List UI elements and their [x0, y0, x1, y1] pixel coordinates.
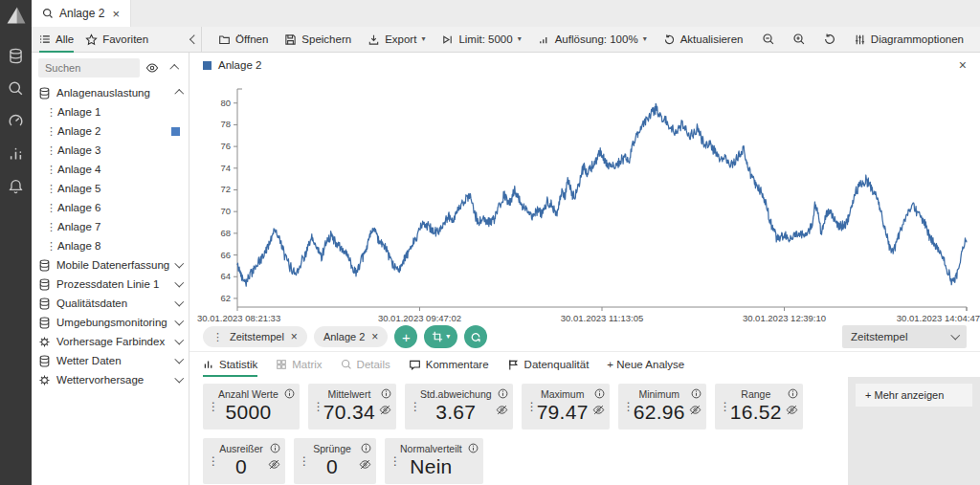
tab-datenqualitaet[interactable]: Datenqualität: [507, 352, 590, 377]
drag-handle-icon[interactable]: ⋮: [46, 221, 52, 233]
stat-card-minimum[interactable]: ⋮Minimum62.96: [618, 384, 706, 430]
tab-favoriten[interactable]: Favoriten: [85, 27, 148, 52]
search-icon[interactable]: [6, 77, 27, 99]
tab-neue-analyse[interactable]: + Neue Analyse: [607, 352, 684, 377]
stat-card-anzahl-werte[interactable]: ⋮Anzahl Werte5000: [203, 384, 300, 430]
eye-off-icon[interactable]: [689, 404, 702, 416]
tree-item-wettervorhersage[interactable]: Wettervorhersage: [32, 370, 189, 389]
save-button[interactable]: Speichern: [278, 31, 358, 49]
tree-item-anlage-8[interactable]: ⋮Anlage 8: [32, 236, 189, 255]
drag-handle-icon[interactable]: ⋮: [390, 454, 401, 468]
zoom-in-button[interactable]: [786, 30, 813, 49]
tab-statistik[interactable]: Statistik: [203, 352, 257, 377]
drag-handle-icon[interactable]: ⋮: [410, 400, 421, 413]
drag-handle-icon[interactable]: ⋮: [208, 454, 219, 468]
info-icon[interactable]: [284, 388, 295, 399]
chip-zeitstempel[interactable]: ⋮ Zeitstempel ×: [203, 326, 307, 347]
info-icon[interactable]: [594, 388, 605, 399]
tab-details[interactable]: Details: [341, 352, 390, 377]
chip-anlage-2[interactable]: Anlage 2 ×: [314, 326, 388, 347]
tab-kommentare[interactable]: Kommentare: [409, 352, 489, 377]
zoom-out-button[interactable]: [755, 30, 782, 49]
stat-card-normalverteilt[interactable]: ⋮NormalverteiltNein: [385, 438, 483, 484]
eye-off-icon[interactable]: [496, 404, 508, 416]
tree-item-vorhersage-farbindex[interactable]: Vorhersage Farbindex: [32, 332, 189, 351]
tree-item-anlage-3[interactable]: ⋮Anlage 3: [32, 141, 189, 160]
stat-card-sprünge[interactable]: ⋮Sprünge0: [294, 438, 376, 484]
chevron-down-icon[interactable]: [174, 336, 183, 344]
eye-off-icon[interactable]: [786, 404, 798, 416]
tab-alle[interactable]: Alle: [39, 27, 74, 52]
tree-item-qualitätsdaten[interactable]: Qualitätsdaten: [32, 294, 189, 313]
drag-handle-icon[interactable]: ⋮: [46, 202, 52, 214]
export-button[interactable]: Export ▾: [361, 31, 432, 49]
chevron-down-icon[interactable]: [174, 374, 183, 383]
resolution-button[interactable]: Auflösung: 100% ▾: [531, 31, 654, 49]
drag-handle-icon[interactable]: ⋮: [46, 125, 52, 138]
info-icon[interactable]: [270, 443, 280, 453]
chevron-down-icon[interactable]: [174, 259, 183, 268]
open-button[interactable]: Öffnen: [212, 31, 275, 49]
info-icon[interactable]: [498, 388, 508, 399]
chevron-down-icon[interactable]: [174, 317, 183, 325]
remove-chip-icon[interactable]: ×: [371, 330, 378, 343]
stat-card-std-abweichung[interactable]: ⋮Std.abweichung3.67: [405, 384, 513, 430]
info-icon[interactable]: [691, 388, 702, 399]
chevron-down-icon[interactable]: [174, 355, 183, 364]
tree-item-anlage-5[interactable]: ⋮Anlage 5: [32, 179, 189, 198]
eye-off-icon[interactable]: [268, 458, 280, 471]
tree-item-anlage-7[interactable]: ⋮Anlage 7: [32, 217, 189, 236]
tree-item-anlage-6[interactable]: ⋮Anlage 6: [32, 198, 189, 217]
drag-handle-icon[interactable]: ⋮: [313, 400, 324, 413]
info-icon[interactable]: [468, 443, 479, 453]
stat-card-maximum[interactable]: ⋮Maximum79.47: [522, 384, 610, 430]
remove-chip-icon[interactable]: ×: [291, 330, 298, 343]
info-icon[interactable]: [788, 388, 798, 399]
search-input[interactable]: [38, 58, 140, 77]
chevron-up-icon[interactable]: [174, 90, 183, 99]
tree-item-prozessdaten-linie-1[interactable]: Prozessdaten Linie 1: [32, 275, 189, 294]
drag-handle-icon[interactable]: ⋮: [46, 240, 52, 253]
collapse-all-icon[interactable]: [165, 58, 184, 77]
drag-handle-icon[interactable]: ⋮: [46, 164, 52, 176]
chart-options-button[interactable]: Diagrammoptionen: [847, 31, 970, 49]
add-series-button[interactable]: +: [394, 325, 417, 348]
limit-button[interactable]: Limit: 5000 ▾: [434, 31, 527, 49]
reset-view-button[interactable]: [464, 325, 487, 348]
drag-handle-icon[interactable]: ⋮: [526, 400, 538, 413]
show-more-button[interactable]: + Mehr anzeigen: [856, 384, 972, 407]
refresh-button[interactable]: Aktualisieren: [657, 31, 750, 49]
eye-off-icon[interactable]: [592, 404, 605, 416]
database-icon[interactable]: [6, 45, 27, 66]
collapse-panel-icon[interactable]: [189, 34, 198, 43]
reset-zoom-button[interactable]: [816, 30, 843, 49]
eye-off-icon[interactable]: [379, 404, 391, 416]
tree-item-mobile-datenerfassung[interactable]: Mobile Datenerfassung: [32, 255, 189, 275]
tree-item-anlage-2[interactable]: ⋮Anlage 2: [32, 121, 189, 141]
stat-card-mittelwert[interactable]: ⋮Mittelwert70.34: [308, 384, 396, 430]
crop-button[interactable]: ▾: [424, 325, 457, 348]
x-axis-select[interactable]: Zeitstempel: [842, 325, 967, 348]
info-icon[interactable]: [381, 388, 391, 399]
gauge-icon[interactable]: [6, 110, 27, 131]
tree-item-anlage-4[interactable]: ⋮Anlage 4: [32, 160, 189, 179]
info-icon[interactable]: [361, 443, 371, 453]
tree-item-anlage-1[interactable]: ⋮Anlage 1: [32, 102, 189, 121]
bell-icon[interactable]: [6, 175, 27, 196]
drag-handle-icon[interactable]: ⋮: [623, 400, 635, 413]
stat-card-ausreißer[interactable]: ⋮Ausreißer0: [203, 438, 285, 484]
close-chart-icon[interactable]: ×: [959, 57, 967, 73]
eye-icon[interactable]: [143, 58, 162, 77]
chevron-down-icon[interactable]: [174, 278, 183, 287]
drag-handle-icon[interactable]: ⋮: [299, 454, 310, 468]
line-chart[interactable]: 6264666870727476788030.01.2023 08:21:333…: [189, 76, 980, 322]
stat-card-range[interactable]: ⋮Range16.52: [715, 384, 803, 430]
drag-handle-icon[interactable]: ⋮: [46, 183, 52, 195]
tree-item-wetter-daten[interactable]: Wetter Daten: [32, 351, 189, 370]
chart-icon[interactable]: [6, 143, 27, 164]
drag-handle-icon[interactable]: ⋮: [46, 144, 52, 157]
tree-item-umgebungsmonitoring[interactable]: Umgebungsmonitoring: [32, 313, 189, 332]
drag-handle-icon[interactable]: ⋮: [720, 400, 731, 413]
drag-handle-icon[interactable]: ⋮: [208, 400, 219, 413]
chevron-down-icon[interactable]: [174, 298, 183, 306]
